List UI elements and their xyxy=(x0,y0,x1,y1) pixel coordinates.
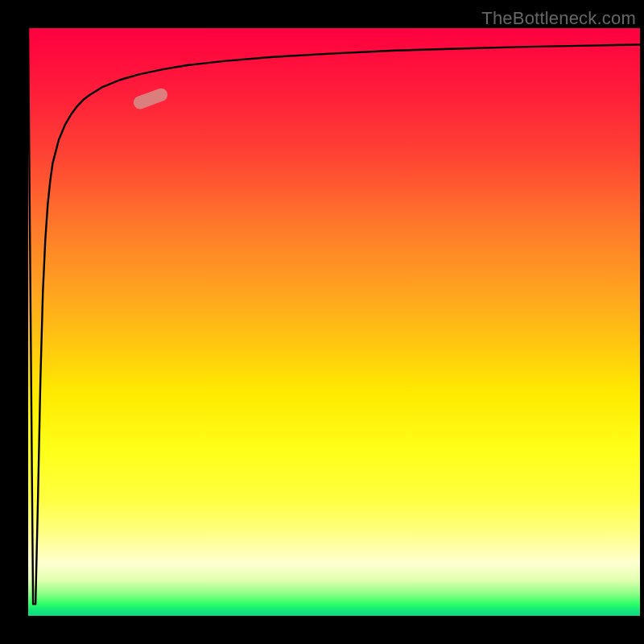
watermark-text: TheBottleneck.com xyxy=(481,8,636,29)
chart-stage: TheBottleneck.com xyxy=(0,0,644,644)
gradient-plot-area xyxy=(28,28,640,616)
